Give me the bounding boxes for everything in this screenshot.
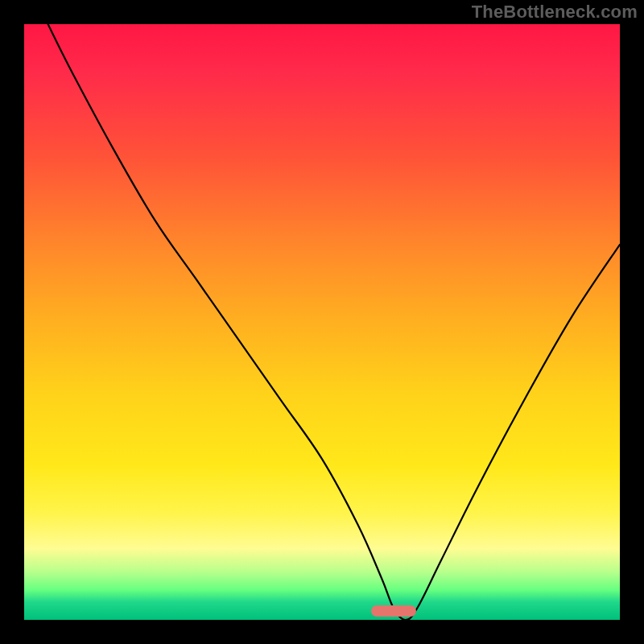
curve-svg xyxy=(24,24,620,620)
bottleneck-curve xyxy=(48,24,620,620)
optimal-marker xyxy=(371,605,416,617)
chart-frame: TheBottleneck.com xyxy=(0,0,644,644)
watermark-text: TheBottleneck.com xyxy=(472,2,638,23)
plot-area xyxy=(24,24,620,620)
